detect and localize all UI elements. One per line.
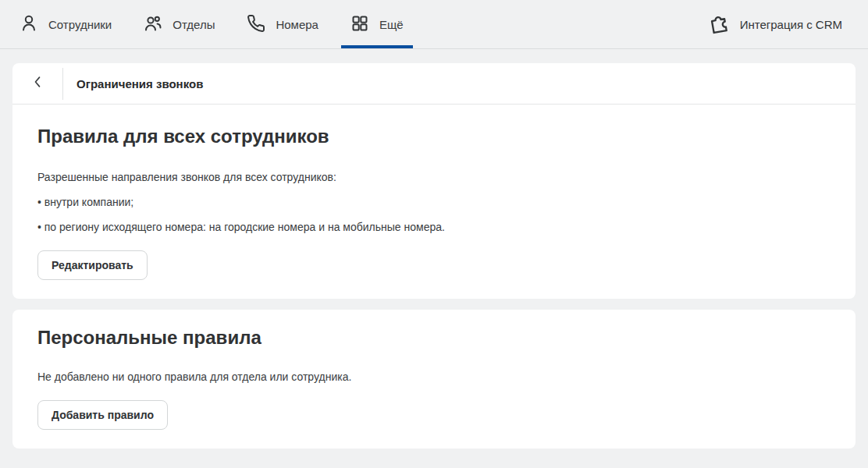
page-header: Ограничения звонков	[12, 63, 856, 105]
tab-label: Отделы	[173, 18, 215, 31]
tab-employees[interactable]: Сотрудники	[10, 0, 121, 48]
tab-label: Номера	[276, 18, 318, 31]
back-button[interactable]	[12, 63, 62, 104]
people-icon	[144, 14, 162, 35]
section-title-all-employees: Правила для всех сотрудников	[37, 126, 831, 147]
tab-more[interactable]: Ещё	[341, 0, 413, 48]
crm-link-label: Интеграция с CRM	[740, 18, 842, 31]
personal-rules-empty-text: Не добавлено ни одного правила для отдел…	[37, 370, 831, 383]
tab-label: Сотрудники	[48, 18, 112, 31]
tab-numbers[interactable]: Номера	[237, 0, 328, 48]
allowed-directions-description: Разрешенные направления звонков для всех…	[37, 171, 831, 183]
header-divider	[62, 68, 63, 100]
call-restrictions-card: Ограничения звонков Правила для всех сот…	[12, 63, 856, 299]
edit-button[interactable]: Редактировать	[37, 250, 148, 280]
section-title-personal-rules: Персональные правила	[37, 327, 831, 349]
phone-icon	[247, 14, 265, 35]
main-tabs: Сотрудники Отделы Номера	[10, 0, 426, 48]
add-rule-button[interactable]: Добавить правило	[37, 400, 168, 430]
all-employees-section: Правила для всех сотрудников Разрешенные…	[12, 105, 856, 299]
person-icon	[20, 14, 38, 35]
bullet-by-region: • по региону исходящего номера: на город…	[37, 221, 831, 233]
page-title: Ограничения звонков	[76, 77, 203, 90]
tab-label: Ещё	[379, 18, 404, 31]
tab-departments[interactable]: Отделы	[134, 0, 224, 48]
crm-integration-link[interactable]: Интеграция с CRM	[709, 0, 842, 48]
top-navigation-bar: Сотрудники Отделы Номера	[0, 0, 868, 49]
puzzle-icon	[709, 12, 731, 37]
bullet-inside-company: • внутри компании;	[37, 196, 831, 208]
grid-icon	[350, 14, 369, 35]
personal-rules-card: Персональные правила Не добавлено ни одн…	[12, 310, 856, 448]
chevron-left-icon	[30, 74, 45, 93]
